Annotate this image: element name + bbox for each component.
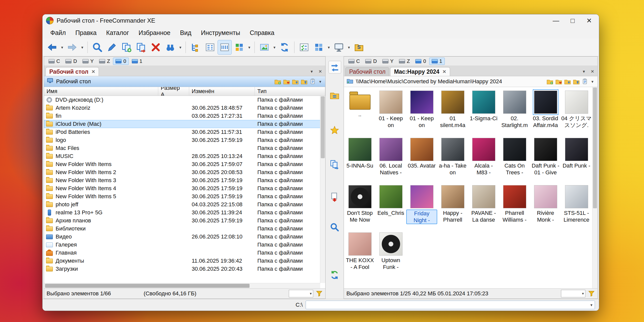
file-tile[interactable]: Eels_Chris: [375, 183, 406, 230]
file-tile[interactable]: 01 silent.m4a: [437, 88, 468, 135]
file-row[interactable]: Документы11.06.2025 19:36:42Папка с файл…: [44, 257, 320, 265]
find-files-button[interactable]: [163, 40, 177, 55]
root-folder-button[interactable]: [300, 77, 308, 86]
file-row[interactable]: fin03.06.2025 17:27:31Папка с файлами: [44, 112, 320, 120]
menu-item-1[interactable]: Файл: [46, 27, 70, 38]
parent-folder-button[interactable]: [564, 77, 572, 86]
tab-close-icon[interactable]: ✕: [442, 69, 446, 74]
right-filter-funnel-icon[interactable]: [588, 290, 595, 297]
drive-tab-1[interactable]: 1: [429, 58, 445, 65]
file-tile[interactable]: Daft Punk -: [561, 135, 592, 183]
file-row[interactable]: MUSIC28.05.2025 10:13:24Папка с файлами: [44, 152, 320, 160]
file-row[interactable]: iPod Batteries30.06.2025 11:57:31Папка с…: [44, 128, 320, 136]
file-tile[interactable]: Cats On Trees -: [499, 135, 530, 183]
file-row[interactable]: БиблиотекиПапка с файлами: [44, 225, 320, 233]
search-button[interactable]: [90, 40, 104, 55]
tree-view-button[interactable]: [188, 40, 203, 55]
file-row[interactable]: ГалереяПапка с файлами: [44, 241, 320, 249]
copy-button[interactable]: [119, 40, 134, 55]
file-tile[interactable]: Friday Night -: [406, 183, 437, 230]
file-row[interactable]: ГлавнаяПапка с файлами: [44, 249, 320, 257]
left-column-headers[interactable]: Имя Размер А... Изменён Тип: [44, 87, 325, 96]
refresh-button[interactable]: [277, 40, 292, 55]
right-path-bar[interactable]: \\Mac\Home\Music\Converted by MediaHuman…: [344, 76, 597, 87]
left-filter-combo[interactable]: ▾: [289, 290, 313, 297]
path-history-dropdown[interactable]: ▾: [318, 74, 323, 89]
forward-dropdown[interactable]: ▾: [80, 40, 85, 54]
file-row[interactable]: Загрузки30.06.2025 20:20:43Папка с файла…: [44, 265, 320, 273]
command-history-dropdown[interactable]: ▾: [588, 303, 595, 307]
details-view-button[interactable]: [203, 40, 217, 55]
media-preview-button[interactable]: [257, 40, 271, 55]
file-row[interactable]: Artem Kozoriz30.06.2025 18:48:57Папка с …: [44, 104, 320, 112]
copy-path-button[interactable]: [581, 77, 589, 86]
file-tile[interactable]: 5-INNA-Su: [344, 135, 375, 183]
copy-to-other-panel-button[interactable]: [329, 158, 341, 170]
file-row[interactable]: realme 13 Pro+ 5G30.06.2025 11:39:24Папк…: [44, 209, 320, 217]
new-folder-button[interactable]: [546, 77, 554, 86]
left-tab-list-dropdown[interactable]: ▾: [308, 68, 315, 75]
menu-item-7[interactable]: Справка: [245, 27, 279, 38]
folder-tab[interactable]: Рабочий стол: [345, 67, 389, 76]
file-tile[interactable]: a-ha - Take on: [437, 135, 468, 183]
folder-tab[interactable]: Mac:Happy 2024✕: [390, 67, 450, 76]
file-tile[interactable]: PAVANE - La danse: [468, 183, 499, 230]
file-tile[interactable]: Don't Stop Me Now: [344, 183, 375, 230]
panel-layout-button[interactable]: [312, 40, 326, 55]
column-modified[interactable]: Изменён: [189, 87, 255, 96]
drive-tab-Z[interactable]: Z: [396, 58, 412, 65]
left-path-bar[interactable]: Рабочий стол ▾: [44, 76, 325, 87]
menu-item-3[interactable]: Каталог: [101, 27, 134, 38]
forward-button[interactable]: [65, 40, 79, 55]
move-to-other-panel-button[interactable]: [329, 191, 341, 203]
file-row[interactable]: Архив планов30.06.2025 17:59:19Папка с ф…: [44, 217, 320, 225]
drive-tab-Y[interactable]: Y: [80, 58, 96, 65]
file-tile[interactable]: ..: [344, 88, 375, 135]
title-bar[interactable]: Рабочий стол - FreeCommander XE — □ ✕: [43, 14, 599, 27]
column-size[interactable]: Размер А...: [158, 87, 189, 96]
file-row[interactable]: photo jeff04.03.2025 22:15:08Папка с фай…: [44, 200, 320, 209]
fullscreen-button[interactable]: [332, 40, 346, 55]
command-input[interactable]: [306, 301, 588, 308]
drive-tab-0[interactable]: 0: [413, 58, 428, 65]
drive-tab-D[interactable]: D: [63, 58, 79, 65]
right-tab-list-dropdown[interactable]: ▾: [580, 68, 587, 75]
file-tile[interactable]: 1-Sigma-Ci: [468, 88, 499, 135]
file-tile[interactable]: Uptown Funk -: [375, 230, 406, 277]
right-filter-combo[interactable]: ▾: [561, 290, 585, 297]
drive-tab-C[interactable]: C: [46, 58, 62, 65]
file-tile[interactable]: THE KOXX - A Fool: [344, 230, 375, 277]
file-tile[interactable]: STS-51L - Limerence: [561, 183, 592, 230]
move-button[interactable]: [134, 40, 148, 55]
back-button[interactable]: [45, 40, 59, 55]
layout-dropdown[interactable]: ▾: [326, 40, 331, 54]
file-row[interactable]: iCloud Drive (Mac)Папка с файлами: [44, 120, 320, 128]
drive-tab-0[interactable]: 0: [113, 58, 129, 65]
path-history-dropdown[interactable]: ▾: [590, 74, 595, 89]
thumbnails-view-button[interactable]: [232, 40, 246, 55]
maximize-button[interactable]: □: [564, 15, 581, 26]
file-row[interactable]: DVD-дисковод (D:)Папка с файлами: [44, 96, 320, 104]
left-tab-close-button[interactable]: ✕: [317, 68, 324, 75]
menu-item-4[interactable]: Избранное: [134, 27, 175, 38]
fullscreen-dropdown[interactable]: ▾: [346, 40, 351, 54]
find-dropdown[interactable]: ▾: [178, 40, 183, 54]
root-folder-button[interactable]: [572, 77, 580, 86]
media-dropdown[interactable]: ▾: [272, 40, 277, 54]
file-row[interactable]: New Folder With Items 530.06.2025 17:59:…: [44, 192, 320, 200]
menu-item-5[interactable]: Вид: [175, 27, 196, 38]
column-type[interactable]: Тип: [255, 87, 325, 96]
delete-button[interactable]: [149, 40, 163, 55]
menu-item-6[interactable]: Инструменты: [196, 27, 245, 38]
file-row[interactable]: Mac FilesПапка с файлами: [44, 144, 320, 152]
drive-tab-D[interactable]: D: [363, 58, 379, 65]
swap-panels-button[interactable]: [329, 61, 341, 73]
file-row[interactable]: New Folder With Items 330.06.2025 17:59:…: [44, 176, 320, 184]
back-dropdown[interactable]: ▾: [60, 40, 65, 54]
drive-tab-1[interactable]: 1: [129, 58, 145, 65]
folder-settings-button[interactable]: S: [352, 40, 366, 55]
file-tile[interactable]: 01 - Keep on: [406, 88, 437, 135]
file-tile[interactable]: 02. Starlight.m: [499, 88, 530, 135]
file-tile[interactable]: 04 クリスマスソング.: [561, 88, 592, 135]
left-horizontal-scrollbar[interactable]: [44, 283, 320, 288]
